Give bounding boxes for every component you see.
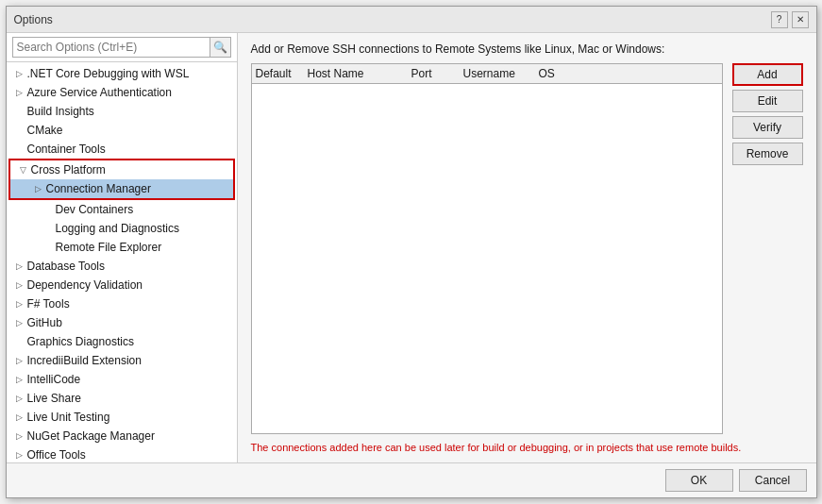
expand-icon-net-core: ▷ [12, 66, 27, 81]
expand-icon-live-unit: ▷ [12, 410, 27, 425]
dialog-body: 🔍 ▷ .NET Core Debugging with WSL ▷ Azure… [7, 33, 816, 462]
expand-icon-nuget: ▷ [12, 428, 27, 444]
right-panel: Add or Remove SSH connections to Remote … [238, 33, 816, 462]
expand-icon-container [12, 142, 27, 157]
tree-item-dev-containers[interactable]: Dev Containers [7, 200, 237, 219]
tree-item-fsharp[interactable]: ▷ F# Tools [7, 294, 237, 313]
cross-platform-section: ▽ Cross Platform ▷ Connection Manager [8, 159, 235, 200]
tree-item-github[interactable]: ▷ GitHub [7, 313, 237, 332]
tree-item-container-tools[interactable]: Container Tools [7, 140, 237, 159]
col-header-port: Port [411, 67, 463, 80]
table-header: Default Host Name Port Username OS [252, 64, 722, 84]
expand-icon-cmake [12, 123, 27, 138]
search-input[interactable] [12, 37, 210, 58]
tree-item-graphics-diagnostics[interactable]: Graphics Diagnostics [7, 332, 237, 351]
col-header-hostname: Host Name [308, 67, 411, 80]
connections-table: Default Host Name Port Username OS [251, 63, 723, 434]
tree-item-nuget[interactable]: ▷ NuGet Package Manager [7, 427, 237, 445]
title-bar-controls: ? ✕ [771, 11, 809, 28]
expand-icon-azure: ▷ [12, 85, 27, 100]
tree-item-live-unit-testing[interactable]: ▷ Live Unit Testing [7, 408, 237, 427]
edit-button[interactable]: Edit [732, 90, 803, 112]
expand-icon-live-share: ▷ [12, 391, 27, 406]
expand-icon-github: ▷ [12, 315, 27, 330]
expand-icon-remote-file [41, 240, 56, 255]
tree-item-dependency-validation[interactable]: ▷ Dependency Validation [7, 276, 237, 294]
col-header-os: OS [539, 67, 596, 80]
footer-note: The connections added here can be used l… [251, 442, 803, 453]
expand-icon-incredibuild: ▷ [12, 353, 27, 368]
table-and-buttons: Default Host Name Port Username OS Add E… [251, 63, 803, 434]
options-tree: ▷ .NET Core Debugging with WSL ▷ Azure S… [7, 62, 237, 462]
left-panel: 🔍 ▷ .NET Core Debugging with WSL ▷ Azure… [7, 33, 238, 462]
ok-button[interactable]: OK [665, 469, 733, 492]
verify-button[interactable]: Verify [732, 116, 803, 139]
tree-item-remote-file[interactable]: Remote File Explorer [7, 238, 237, 257]
expand-icon-dependency: ▷ [12, 277, 27, 293]
expand-icon-logging [41, 221, 56, 236]
col-header-username: Username [463, 67, 539, 80]
tree-item-logging[interactable]: Logging and Diagnostics [7, 219, 237, 238]
add-button[interactable]: Add [732, 63, 803, 86]
expand-icon-fsharp: ▷ [12, 296, 27, 311]
dialog-footer: OK Cancel [7, 462, 816, 497]
expand-icon-office: ▷ [12, 447, 27, 462]
expand-icon-cross-platform: ▽ [16, 162, 31, 177]
expand-icon-build [12, 104, 27, 119]
tree-item-cmake[interactable]: CMake [7, 121, 237, 140]
tree-item-database-tools[interactable]: ▷ Database Tools [7, 257, 237, 276]
tree-item-incredibuild[interactable]: ▷ IncrediiBuild Extension [7, 351, 237, 370]
tree-item-cross-platform[interactable]: ▽ Cross Platform [10, 160, 233, 179]
table-body [252, 84, 722, 433]
options-dialog: Options ? ✕ 🔍 ▷ .NET Core Debugging with… [6, 6, 817, 498]
expand-icon-intellicode: ▷ [12, 372, 27, 387]
tree-item-live-share[interactable]: ▷ Live Share [7, 389, 237, 408]
tree-item-intellicode[interactable]: ▷ IntelliCode [7, 370, 237, 389]
tree-item-connection-manager[interactable]: ▷ Connection Manager [10, 179, 233, 198]
tree-item-build-insights[interactable]: Build Insights [7, 102, 237, 121]
close-button[interactable]: ✕ [792, 11, 809, 28]
expand-icon-dev-containers [41, 202, 56, 217]
expand-icon-graphics [12, 334, 27, 349]
tree-item-net-core[interactable]: ▷ .NET Core Debugging with WSL [7, 64, 237, 83]
expand-icon-database: ▷ [12, 259, 27, 274]
title-bar: Options ? ✕ [7, 7, 816, 33]
description-text: Add or Remove SSH connections to Remote … [251, 42, 803, 56]
search-button[interactable]: 🔍 [210, 37, 231, 58]
dialog-title: Options [14, 13, 53, 26]
action-buttons: Add Edit Verify Remove [732, 63, 803, 434]
cancel-button[interactable]: Cancel [739, 469, 807, 492]
remove-button[interactable]: Remove [732, 143, 803, 165]
tree-item-azure-service-auth[interactable]: ▷ Azure Service Authentication [7, 83, 237, 102]
col-header-default: Default [256, 67, 308, 80]
help-button[interactable]: ? [771, 11, 788, 28]
tree-item-office-tools[interactable]: ▷ Office Tools [7, 445, 237, 462]
expand-icon-connection-manager: ▷ [31, 181, 46, 196]
search-wrap: 🔍 [7, 33, 237, 62]
